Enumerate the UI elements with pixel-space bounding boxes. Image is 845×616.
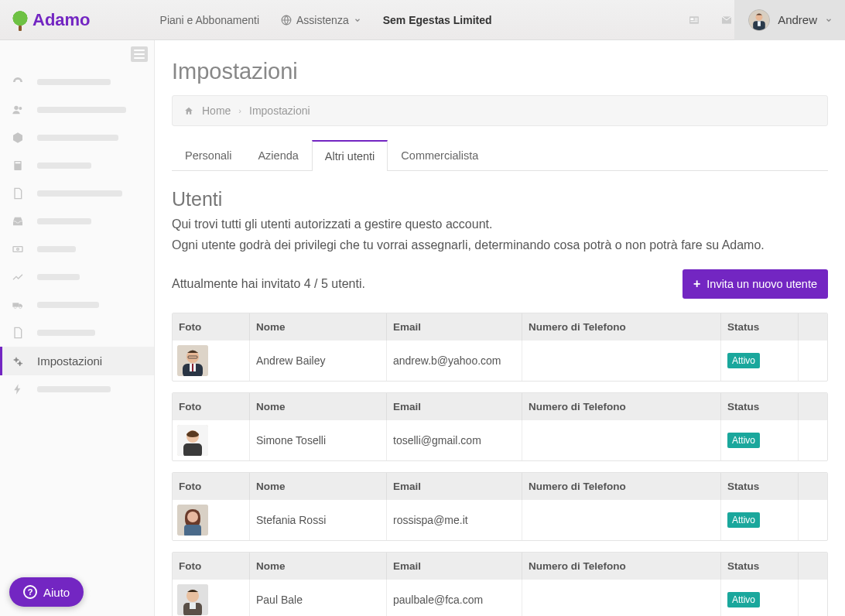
sidebar-item-receipts[interactable] bbox=[0, 207, 154, 235]
svg-rect-14 bbox=[13, 247, 22, 252]
row-actions[interactable] bbox=[799, 341, 822, 381]
row-actions[interactable] bbox=[799, 580, 822, 616]
sidebar-item-reports[interactable] bbox=[0, 263, 154, 291]
avatar bbox=[177, 505, 208, 536]
cell-status: Attivo bbox=[721, 420, 799, 460]
user-menu[interactable]: Andrew bbox=[734, 0, 845, 40]
status-badge: Attivo bbox=[727, 512, 760, 528]
cell-name: Simone Toselli bbox=[250, 420, 387, 460]
cell-photo bbox=[173, 580, 250, 616]
status-badge: Attivo bbox=[727, 433, 760, 448]
invite-user-button[interactable]: + Invita un nuovo utente bbox=[682, 269, 828, 299]
col-name: Nome bbox=[250, 553, 387, 580]
gauge-icon bbox=[11, 76, 25, 88]
col-photo: Foto bbox=[173, 473, 250, 500]
avatar bbox=[748, 9, 770, 31]
tab-azienda[interactable]: Azienda bbox=[245, 140, 311, 171]
svg-rect-9 bbox=[758, 21, 761, 26]
sidebar-item-expenses[interactable] bbox=[0, 235, 154, 263]
truck-icon bbox=[11, 299, 25, 311]
sidebar-item-power[interactable] bbox=[0, 375, 154, 403]
sidebar-item-dashboard[interactable] bbox=[0, 68, 154, 96]
top-bar: Adamo Piani e Abbonamenti Assistenza Sem… bbox=[0, 0, 845, 40]
sidebar-item-customers[interactable] bbox=[0, 96, 154, 124]
col-phone: Numero di Telefono bbox=[522, 313, 721, 341]
cell-phone bbox=[522, 341, 721, 381]
sidebar-item-quotes[interactable] bbox=[0, 152, 154, 180]
col-name: Nome bbox=[250, 393, 387, 420]
svg-rect-33 bbox=[184, 525, 201, 536]
col-status: Status bbox=[721, 393, 799, 420]
help-widget[interactable]: ? Aiuto bbox=[9, 577, 84, 607]
user-count: Attualmente hai invitato 4 / 5 utenti. bbox=[172, 277, 365, 291]
tab-personali[interactable]: Personali bbox=[172, 140, 245, 171]
brand-logo[interactable]: Adamo bbox=[11, 10, 91, 30]
nav-plans[interactable]: Piani e Abbonamenti bbox=[160, 14, 259, 26]
nav-company[interactable]: Sem Egestas Limited bbox=[383, 14, 492, 26]
sidebar-item-shipping[interactable] bbox=[0, 291, 154, 319]
status-badge: Attivo bbox=[727, 353, 760, 368]
col-photo: Foto bbox=[173, 313, 250, 341]
svg-point-32 bbox=[187, 512, 198, 522]
calculator-icon bbox=[11, 159, 25, 172]
cell-name: Andrew Bailey bbox=[250, 341, 387, 381]
svg-point-19 bbox=[15, 358, 18, 361]
breadcrumb: Home › Impostazioni bbox=[172, 95, 828, 126]
doc-icon bbox=[11, 327, 25, 339]
tabs: Personali Azienda Altri utenti Commercia… bbox=[172, 140, 828, 171]
col-email: Email bbox=[387, 313, 522, 341]
svg-rect-13 bbox=[15, 162, 21, 163]
news-icon[interactable] bbox=[686, 14, 702, 26]
inbox-icon bbox=[11, 215, 25, 228]
sidebar-item-documents[interactable] bbox=[0, 319, 154, 347]
top-icons bbox=[686, 14, 734, 26]
col-status: Status bbox=[721, 473, 799, 500]
mail-icon[interactable] bbox=[719, 14, 734, 26]
sidebar-item-invoices[interactable] bbox=[0, 180, 154, 207]
table-header: Foto Nome Email Numero di Telefono Statu… bbox=[173, 393, 827, 420]
cell-name: Paul Bale bbox=[250, 580, 387, 616]
brand-name: Adamo bbox=[32, 10, 91, 30]
cell-photo bbox=[173, 420, 250, 460]
row-actions[interactable] bbox=[799, 420, 822, 460]
gears-icon bbox=[11, 355, 25, 368]
svg-rect-37 bbox=[190, 603, 196, 609]
svg-rect-5 bbox=[690, 21, 697, 22]
tab-commercialista[interactable]: Commercialista bbox=[388, 140, 491, 171]
svg-point-18 bbox=[19, 306, 22, 309]
cell-name: Stefania Rossi bbox=[250, 500, 387, 540]
table-row: Andrew Bailey andrew.b@yahoo.com Attivo bbox=[173, 341, 827, 381]
file-icon bbox=[11, 187, 25, 200]
chevron-down-icon bbox=[354, 16, 361, 24]
col-email: Email bbox=[387, 473, 522, 500]
user-card: Foto Nome Email Numero di Telefono Statu… bbox=[172, 313, 828, 382]
cell-phone bbox=[522, 500, 721, 540]
cell-photo bbox=[173, 341, 250, 381]
sidebar-item-products[interactable] bbox=[0, 124, 154, 152]
svg-rect-4 bbox=[695, 19, 698, 20]
sidebar-item-settings[interactable]: Impostazioni bbox=[0, 347, 154, 375]
row-actions[interactable] bbox=[799, 500, 822, 540]
bolt-icon bbox=[11, 383, 25, 395]
help-icon: ? bbox=[23, 585, 37, 599]
col-name: Nome bbox=[250, 313, 387, 341]
cell-status: Attivo bbox=[721, 580, 799, 616]
nav-assistance[interactable]: Assistenza bbox=[281, 14, 361, 26]
status-badge: Attivo bbox=[727, 592, 760, 607]
tab-altri-utenti[interactable]: Altri utenti bbox=[312, 140, 388, 171]
cell-photo bbox=[173, 500, 250, 540]
svg-point-10 bbox=[14, 106, 18, 110]
sidebar-toggle[interactable] bbox=[131, 46, 148, 62]
col-status: Status bbox=[721, 313, 799, 341]
col-photo: Foto bbox=[173, 393, 250, 420]
svg-rect-29 bbox=[183, 443, 202, 456]
main-content: Impostazioni Home › Impostazioni Persona… bbox=[155, 40, 845, 616]
breadcrumb-home[interactable]: Home bbox=[202, 104, 231, 117]
table-row: Simone Toselli toselli@gmail.com Attivo bbox=[173, 420, 827, 460]
svg-rect-2 bbox=[690, 18, 693, 20]
chevron-down-icon bbox=[825, 16, 833, 24]
cell-status: Attivo bbox=[721, 341, 799, 381]
home-icon bbox=[183, 106, 194, 116]
page-title: Impostazioni bbox=[172, 59, 828, 84]
svg-point-17 bbox=[14, 306, 16, 309]
